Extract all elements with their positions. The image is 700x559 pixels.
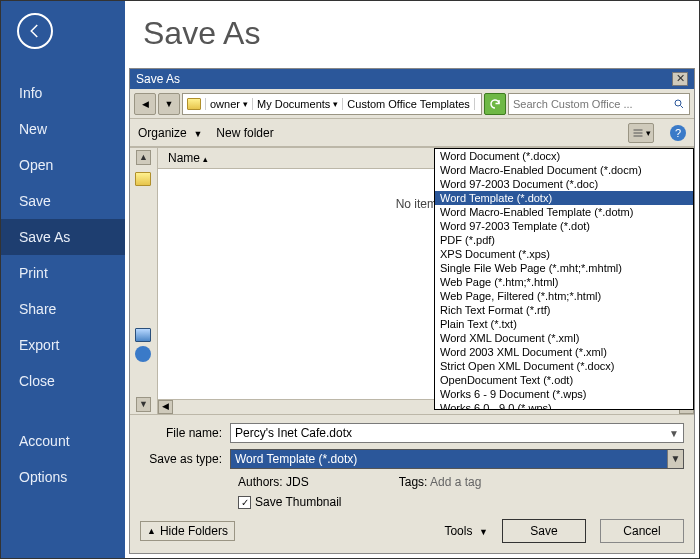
- scroll-up-button[interactable]: ▲: [136, 150, 151, 165]
- back-button[interactable]: [17, 13, 53, 49]
- filename-label: File name:: [140, 426, 230, 440]
- breadcrumb-seg[interactable]: Custom Office Templates: [343, 98, 474, 110]
- file-list: Name ▴ No items m Word Document (*.docx)…: [158, 148, 694, 414]
- sidebar-item-new[interactable]: New: [1, 111, 125, 147]
- cancel-button[interactable]: Cancel: [600, 519, 684, 543]
- filetype-option[interactable]: Single File Web Page (*.mht;*.mhtml): [435, 261, 693, 275]
- saveastype-select[interactable]: Word Template (*.dotx) ▼: [230, 449, 684, 469]
- close-button[interactable]: ✕: [672, 72, 688, 86]
- sidebar-item-account[interactable]: Account: [1, 423, 125, 459]
- filetype-option[interactable]: Word Macro-Enabled Document (*.docm): [435, 163, 693, 177]
- arrow-left-icon: [26, 22, 44, 40]
- filetype-option[interactable]: PDF (*.pdf): [435, 233, 693, 247]
- dialog-title: Save As: [136, 72, 180, 86]
- save-as-dialog: Save As ✕ ◀ ▼ owner ▾ My Documents ▾ Cus…: [129, 68, 695, 554]
- view-icon: [632, 127, 644, 139]
- folder-tree[interactable]: ▲ ▼: [130, 148, 158, 414]
- computer-icon: [135, 328, 151, 342]
- nav-back-button[interactable]: ◀: [134, 93, 156, 115]
- filetype-option[interactable]: XPS Document (*.xps): [435, 247, 693, 261]
- filetype-option[interactable]: Word 97-2003 Document (*.doc): [435, 177, 693, 191]
- filetype-option[interactable]: Word 97-2003 Template (*.dot): [435, 219, 693, 233]
- sidebar-item-options[interactable]: Options: [1, 459, 125, 495]
- dialog-navbar: ◀ ▼ owner ▾ My Documents ▾ Custom Office…: [130, 89, 694, 119]
- tools-menu[interactable]: Tools ▼: [444, 524, 488, 538]
- filename-input[interactable]: Percy's Inet Cafe.dotx ▼: [230, 423, 684, 443]
- help-button[interactable]: ?: [670, 125, 686, 141]
- folder-icon: [135, 172, 151, 186]
- refresh-icon: [489, 98, 501, 110]
- nav-recent-button[interactable]: ▼: [158, 93, 180, 115]
- globe-icon: [135, 346, 151, 362]
- tags-input[interactable]: Add a tag: [430, 475, 481, 489]
- saveastype-label: Save as type:: [140, 452, 230, 466]
- filetype-option[interactable]: Works 6 - 9 Document (*.wps): [435, 387, 693, 401]
- filetype-option[interactable]: Word Document (*.docx): [435, 149, 693, 163]
- filetype-dropdown-list[interactable]: Word Document (*.docx)Word Macro-Enabled…: [434, 148, 694, 410]
- file-area: ▲ ▼ Name ▴ No items m Word Document (*.d…: [130, 147, 694, 414]
- sidebar-item-export[interactable]: Export: [1, 327, 125, 363]
- filetype-option[interactable]: Word Macro-Enabled Template (*.dotm): [435, 205, 693, 219]
- breadcrumb-bar[interactable]: owner ▾ My Documents ▾ Custom Office Tem…: [182, 93, 482, 115]
- help-icon: ?: [675, 127, 681, 139]
- filetype-option[interactable]: Works 6.0 - 9.0 (*.wps): [435, 401, 693, 410]
- sidebar-item-print[interactable]: Print: [1, 255, 125, 291]
- sidebar-item-info[interactable]: Info: [1, 75, 125, 111]
- breadcrumb-seg[interactable]: My Documents ▾: [253, 98, 343, 110]
- save-thumbnail-checkbox[interactable]: ✓: [238, 496, 251, 509]
- view-options-button[interactable]: ▾: [628, 123, 654, 143]
- chevron-down-icon: ▼: [193, 129, 202, 139]
- chevron-down-icon[interactable]: ▼: [669, 428, 679, 439]
- main-panel: Save As Save As ✕ ◀ ▼ owner ▾ My Documen…: [125, 1, 699, 558]
- svg-point-0: [675, 100, 681, 106]
- organize-menu[interactable]: Organize ▼: [138, 126, 202, 140]
- filetype-option[interactable]: Word XML Document (*.xml): [435, 331, 693, 345]
- authors-value[interactable]: JDS: [286, 475, 309, 489]
- new-folder-button[interactable]: New folder: [216, 126, 273, 140]
- filetype-option[interactable]: Web Page, Filtered (*.htm;*.html): [435, 289, 693, 303]
- search-placeholder: Search Custom Office ...: [513, 98, 633, 110]
- tags-label: Tags:: [399, 475, 428, 489]
- sidebar-item-save[interactable]: Save: [1, 183, 125, 219]
- folder-icon: [187, 98, 201, 110]
- scroll-left-button[interactable]: ◀: [158, 400, 173, 414]
- filetype-option[interactable]: Strict Open XML Document (*.docx): [435, 359, 693, 373]
- filetype-option[interactable]: OpenDocument Text (*.odt): [435, 373, 693, 387]
- search-input[interactable]: Search Custom Office ...: [508, 93, 690, 115]
- page-title: Save As: [125, 1, 699, 68]
- sidebar-item-open[interactable]: Open: [1, 147, 125, 183]
- dialog-form: File name: Percy's Inet Cafe.dotx ▼ Save…: [130, 414, 694, 553]
- dialog-titlebar: Save As ✕: [130, 69, 694, 89]
- chevron-down-icon[interactable]: ▼: [667, 450, 683, 468]
- filetype-option[interactable]: Plain Text (*.txt): [435, 317, 693, 331]
- chevron-down-icon: ▼: [165, 99, 174, 109]
- save-button[interactable]: Save: [502, 519, 586, 543]
- chevron-down-icon: ▼: [479, 527, 488, 537]
- save-thumbnail-label: Save Thumbnail: [255, 495, 342, 509]
- chevron-up-icon: ▲: [147, 526, 156, 536]
- backstage-sidebar: Info New Open Save Save As Print Share E…: [1, 1, 125, 558]
- search-icon: [673, 98, 685, 110]
- refresh-button[interactable]: [484, 93, 506, 115]
- hide-folders-button[interactable]: ▲ Hide Folders: [140, 521, 235, 541]
- authors-label: Authors:: [238, 475, 283, 489]
- chevron-left-icon: ◀: [142, 99, 149, 109]
- filetype-option[interactable]: Word 2003 XML Document (*.xml): [435, 345, 693, 359]
- sidebar-item-share[interactable]: Share: [1, 291, 125, 327]
- filetype-option[interactable]: Word Template (*.dotx): [435, 191, 693, 205]
- filetype-option[interactable]: Web Page (*.htm;*.html): [435, 275, 693, 289]
- sidebar-item-close[interactable]: Close: [1, 363, 125, 399]
- scroll-down-button[interactable]: ▼: [136, 397, 151, 412]
- breadcrumb-seg[interactable]: owner ▾: [206, 98, 253, 110]
- sidebar-item-save-as[interactable]: Save As: [1, 219, 125, 255]
- filetype-option[interactable]: Rich Text Format (*.rtf): [435, 303, 693, 317]
- toolbar: Organize ▼ New folder ▾ ?: [130, 119, 694, 147]
